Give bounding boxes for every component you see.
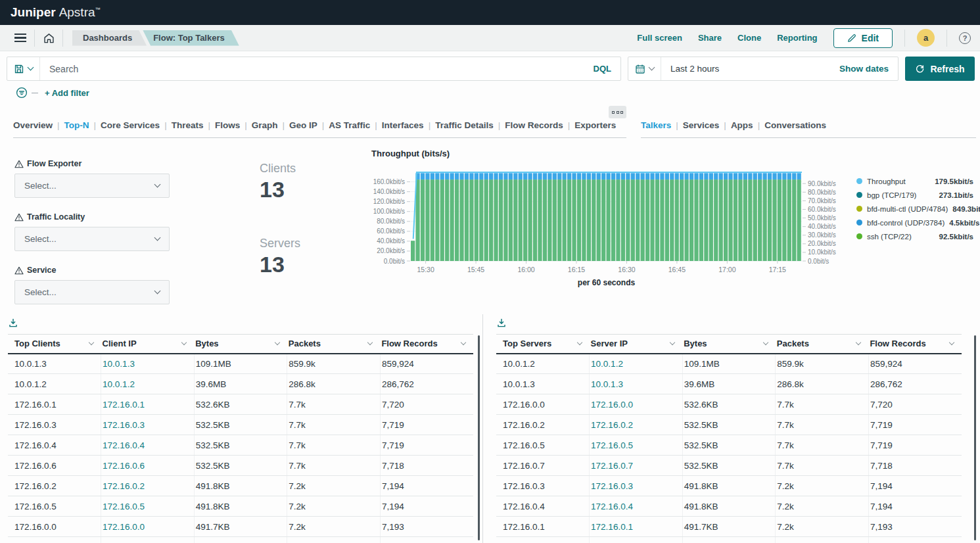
tab-threats[interactable]: Threats	[172, 120, 204, 130]
tab-geo-ip[interactable]: Geo IP	[289, 120, 317, 130]
ip-link[interactable]: 172.16.0.7	[590, 456, 683, 476]
saved-queries-button[interactable]	[7, 57, 40, 80]
ip-link[interactable]: 172.16.0.5	[590, 435, 683, 456]
dql-toggle[interactable]: DQL	[584, 64, 620, 74]
column-header-client-ip[interactable]: Client IP	[103, 339, 191, 348]
ip-link[interactable]: 172.16.0.3	[590, 476, 683, 496]
calendar-button[interactable]	[628, 57, 661, 80]
table-cell: 7.7k	[287, 435, 381, 456]
tab-overview[interactable]: Overview	[13, 120, 53, 130]
scrollbar[interactable]	[478, 335, 480, 540]
filter-select-service[interactable]: Select...	[14, 280, 170, 304]
table-cell: 172.16.0.4	[8, 435, 101, 456]
filter-icon[interactable]	[16, 87, 28, 99]
ip-link[interactable]: 10.0.1.3	[101, 354, 195, 374]
table-cell: 7.7k	[776, 415, 869, 435]
ip-link[interactable]: 172.16.0.0	[590, 394, 683, 415]
column-header-bytes[interactable]: Bytes	[684, 339, 772, 348]
time-range-box: Last 2 hours Show dates	[628, 57, 898, 81]
ip-link[interactable]: 172.16.0.2	[590, 415, 683, 435]
ip-link[interactable]: 172.16.0.0	[101, 517, 195, 537]
chart-plot[interactable]: 160.0kbit/s140.0kbit/s120.0kbit/s100.0kb…	[370, 166, 856, 287]
refresh-button[interactable]: Refresh	[905, 57, 975, 81]
ip-link[interactable]: 172.16.0.7	[101, 537, 195, 543]
reporting-link[interactable]: Reporting	[777, 33, 817, 43]
column-header-server-ip[interactable]: Server IP	[591, 339, 679, 348]
show-dates-link[interactable]: Show dates	[830, 64, 898, 74]
column-header-top-clients[interactable]: Top Clients	[14, 339, 97, 348]
tab-top-n[interactable]: Top-N	[64, 120, 89, 130]
download-button[interactable]	[496, 314, 512, 331]
legend-item-ssh-tcp-22[interactable]: ssh (TCP/22)92.5kbit/s	[856, 229, 973, 243]
tab-separator: |	[322, 120, 325, 130]
top-brand-bar: Juniper Apstra™	[0, 0, 980, 25]
tab-graph[interactable]: Graph	[252, 120, 278, 130]
tab-flow-records[interactable]: Flow Records	[505, 120, 563, 130]
svg-text:10.0kbit/s: 10.0kbit/s	[808, 248, 836, 256]
ip-link[interactable]: 172.16.0.5	[101, 496, 195, 517]
breadcrumb-flow-top-talkers[interactable]: Flow: Top Talkers	[143, 30, 239, 46]
edit-button[interactable]: Edit	[833, 28, 893, 48]
tab-separator: |	[208, 120, 210, 130]
ip-link[interactable]: 172.16.0.1	[101, 394, 195, 415]
time-range-value[interactable]: Last 2 hours	[661, 64, 830, 74]
ip-link[interactable]: 10.0.1.3	[590, 374, 683, 394]
filter-select-traffic-locality[interactable]: Select...	[14, 227, 170, 251]
table-cell: 286,762	[380, 374, 473, 394]
ip-link[interactable]: 172.16.0.4	[590, 496, 683, 517]
column-header-flow-records[interactable]: Flow Records	[870, 339, 958, 348]
ip-link[interactable]: 172.16.0.6	[101, 456, 195, 476]
tab-conversations[interactable]: Conversations	[764, 120, 826, 130]
share-link[interactable]: Share	[698, 33, 722, 43]
table-cell: 286.8k	[287, 374, 381, 394]
ip-link[interactable]: 10.0.1.2	[590, 354, 683, 374]
more-options-button[interactable]	[609, 106, 626, 118]
table-row: 172.16.0.5172.16.0.5491.8KB7.2k7,194	[8, 496, 473, 517]
tab-traffic-details[interactable]: Traffic Details	[435, 120, 494, 130]
tab-apps[interactable]: Apps	[731, 120, 753, 130]
legend-item-bgp-tcp-179[interactable]: bgp (TCP/179)273.1bit/s	[856, 188, 973, 202]
table-cell: 39.6MB	[682, 374, 776, 394]
clone-link[interactable]: Clone	[737, 33, 761, 43]
download-button[interactable]	[8, 314, 24, 331]
add-filter-link[interactable]: + Add filter	[45, 88, 89, 98]
scrollbar[interactable]	[974, 335, 976, 540]
column-header-top-servers[interactable]: Top Servers	[503, 339, 586, 348]
column-header-packets[interactable]: Packets	[777, 339, 865, 348]
legend-item-bfd-multi-ctl-udp-4784[interactable]: bfd-multi-ctl (UDP/4784)849.3bit/s	[856, 202, 973, 216]
ip-link[interactable]: 172.16.0.3	[101, 415, 195, 435]
column-header-flow-records[interactable]: Flow Records	[381, 339, 469, 348]
table-row: 172.16.0.6172.16.0.6532.5KB7.7k7,718	[8, 456, 473, 476]
tab-interfaces[interactable]: Interfaces	[382, 120, 424, 130]
breadcrumb-dashboards[interactable]: Dashboards	[72, 30, 147, 46]
column-header-bytes[interactable]: Bytes	[195, 339, 283, 348]
tabs-underline	[641, 137, 976, 138]
table-header-row: Top ClientsClient IPBytesPacketsFlow Rec…	[8, 335, 473, 354]
search-input[interactable]	[40, 64, 584, 74]
ip-link[interactable]: 172.16.0.2	[101, 476, 195, 496]
legend-item-bfd-control-udp-3784[interactable]: bfd-control (UDP/3784)4.5kbit/s	[856, 216, 973, 229]
tab-core-services[interactable]: Core Services	[101, 120, 160, 130]
table-cell: 7.7k	[776, 394, 869, 415]
table-cell: 532.6KB	[194, 394, 287, 415]
ip-link[interactable]: 172.16.0.1	[590, 517, 683, 537]
tab-as-traffic[interactable]: AS Traffic	[329, 120, 370, 130]
help-icon[interactable]: ?	[959, 32, 971, 44]
column-header-packets[interactable]: Packets	[289, 339, 377, 348]
menu-button[interactable]	[9, 30, 32, 47]
throughput-chart: Throughput (bits/s) 160.0kbit/s140.0kbit…	[370, 149, 975, 287]
full-screen-link[interactable]: Full screen	[637, 33, 682, 43]
table-row: 10.0.1.210.0.1.2109.1MB859.9k859,924	[496, 354, 962, 374]
ip-link[interactable]: 10.0.1.2	[101, 374, 195, 394]
tab-services[interactable]: Services	[683, 120, 720, 130]
tab-talkers[interactable]: Talkers	[641, 120, 671, 130]
avatar[interactable]: a	[917, 29, 935, 47]
home-button[interactable]	[37, 30, 60, 47]
ip-link[interactable]: 172.16.0.6	[590, 537, 683, 543]
ip-link[interactable]: 172.16.0.4	[101, 435, 195, 456]
legend-item-throughput[interactable]: Throughput179.5kbit/s	[856, 174, 973, 188]
table-cell: 286.8k	[776, 374, 869, 394]
tab-exporters[interactable]: Exporters	[574, 120, 616, 130]
filter-select-flow-exporter[interactable]: Select...	[14, 174, 170, 198]
tab-flows[interactable]: Flows	[215, 120, 240, 130]
